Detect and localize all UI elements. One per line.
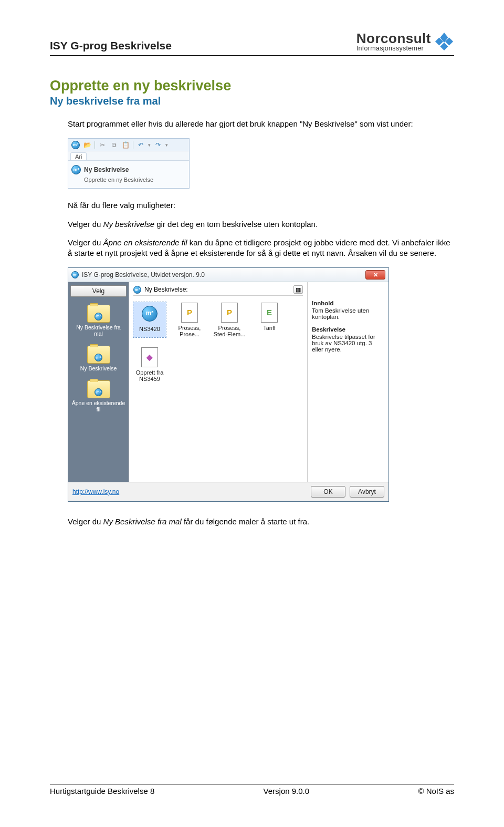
logo-mark-icon	[434, 32, 454, 51]
toolbar-tab: Ari	[70, 152, 87, 160]
header-label: Ny Beskrivelse:	[144, 286, 188, 293]
ok-button[interactable]: OK	[311, 486, 345, 498]
template-ns3420[interactable]: m³ NS3420	[133, 302, 166, 337]
ny-beskrivelse-icon: m³	[71, 165, 81, 174]
template-tariff[interactable]: E Tariff	[253, 302, 286, 337]
para-4: Velger du Åpne en eksisterende fil kan d…	[50, 237, 454, 258]
para-5: Velger du Ny Beskrivelse fra mal får du …	[50, 516, 454, 527]
toolbar-icons-row: m³ 📂 ✂ ⧉ 📋 ↶ ▾ ↷ ▾	[68, 139, 189, 151]
right-besk-title: Beskrivelse	[312, 326, 384, 333]
dialog-screenshot: m³ ISY G-prog Beskrivelse, Utvidet versj…	[68, 267, 389, 502]
folder-open-icon: 📂	[83, 141, 91, 149]
right-besk-text: Beskrivelse tilpasset for bruk av NS3420…	[312, 334, 384, 353]
dialog-header-row: m³ Ny Beskrivelse: ▦	[133, 285, 303, 296]
folder-mb-icon: m³	[94, 388, 102, 396]
cancel-button[interactable]: Avbryt	[350, 486, 384, 498]
template-ns3459[interactable]: ◆ Opprett fra NS3459	[133, 347, 166, 382]
header-app-icon: m³	[133, 286, 141, 294]
logo: Norconsult Informasjonssystemer	[356, 32, 454, 52]
toolbar-tabs: Ari	[68, 151, 189, 161]
cut-icon: ✂	[98, 141, 107, 149]
right-innhold-text: Tom Beskrivelse uten kontoplan.	[312, 307, 384, 320]
folder-mb-icon: m³	[94, 313, 102, 321]
velg-button[interactable]: Velg	[70, 285, 127, 297]
grid-view-button[interactable]: ▦	[293, 285, 303, 294]
footer-right: © NoIS as	[418, 787, 454, 795]
right-innhold-title: Innhold	[312, 300, 384, 306]
dialog-app-icon: m³	[71, 271, 79, 278]
dialog-right-panel: Innhold Tom Beskrivelse uten kontoplan. …	[307, 282, 388, 482]
doc-title: ISY G-prog Beskrivelse	[50, 39, 172, 52]
dialog-titlebar: m³ ISY G-prog Beskrivelse, Utvidet versj…	[68, 268, 388, 282]
app-icon: m³	[71, 141, 80, 149]
doc-header: ISY G-prog Beskrivelse Norconsult Inform…	[50, 32, 454, 56]
toolbar-card-title: Ny Beskrivelse	[84, 166, 129, 173]
dialog-title: ISY G-prog Beskrivelse, Utvidet versjon.…	[82, 271, 205, 278]
toolbar-card-desc: Opprette en ny Beskrivelse	[71, 177, 186, 183]
sub-title: Ny beskrivelse fra mal	[50, 95, 454, 107]
logo-name: Norconsult	[356, 32, 431, 45]
dialog-link[interactable]: http://www.isy.no	[72, 488, 119, 495]
logo-sub: Informasjonssystemer	[356, 45, 424, 52]
sidebar-item-ny-fra-mal[interactable]: m³ Ny Beskrivelse fra mal	[70, 302, 127, 341]
folder-mb-icon: m³	[94, 354, 102, 361]
doc-footer: Hurtigstartguide Beskrivelse 8 Versjon 9…	[50, 784, 454, 795]
ns3420-icon: m³	[142, 306, 158, 322]
undo-icon: ↶	[136, 141, 145, 149]
para-2: Nå får du flere valg muligheter:	[50, 200, 454, 211]
dialog-sidebar: Velg m³ Ny Beskrivelse fra mal m³ Ny Bes…	[68, 282, 129, 482]
dialog-footer: http://www.isy.no OK Avbryt	[68, 482, 388, 501]
toolbar-screenshot: m³ 📂 ✂ ⧉ 📋 ↶ ▾ ↷ ▾ Ari m³ Ny Beskrivelse…	[68, 138, 190, 189]
sidebar-item-open[interactable]: m³ Åpne en eksisterende fil	[70, 378, 127, 417]
template-prosess-sted[interactable]: P Prosess, Sted-Elem...	[213, 302, 246, 337]
section-title: Opprette en ny beskrivelse	[50, 78, 454, 94]
template-grid: m³ NS3420 P Prosess, Prose... P Prosess,…	[133, 302, 303, 382]
para-3: Velger du Ny beskrivelse gir det deg en …	[50, 219, 454, 230]
paste-icon: 📋	[121, 141, 130, 149]
svg-marker-3	[440, 43, 448, 50]
sidebar-item-ny[interactable]: m³ Ny Beskrivelse	[70, 343, 127, 376]
copy-icon: ⧉	[110, 141, 118, 149]
toolbar-card: m³ Ny Beskrivelse Opprette en ny Beskriv…	[68, 161, 189, 188]
footer-center: Versjon 9.0.0	[264, 787, 310, 795]
footer-left: Hurtigstartguide Beskrivelse 8	[50, 787, 154, 795]
para-1: Start programmet eller hvis du allerede …	[50, 119, 454, 129]
close-button[interactable]: ✕	[365, 270, 385, 280]
redo-icon: ↷	[154, 141, 162, 149]
template-prosess-prose[interactable]: P Prosess, Prose...	[173, 302, 206, 337]
